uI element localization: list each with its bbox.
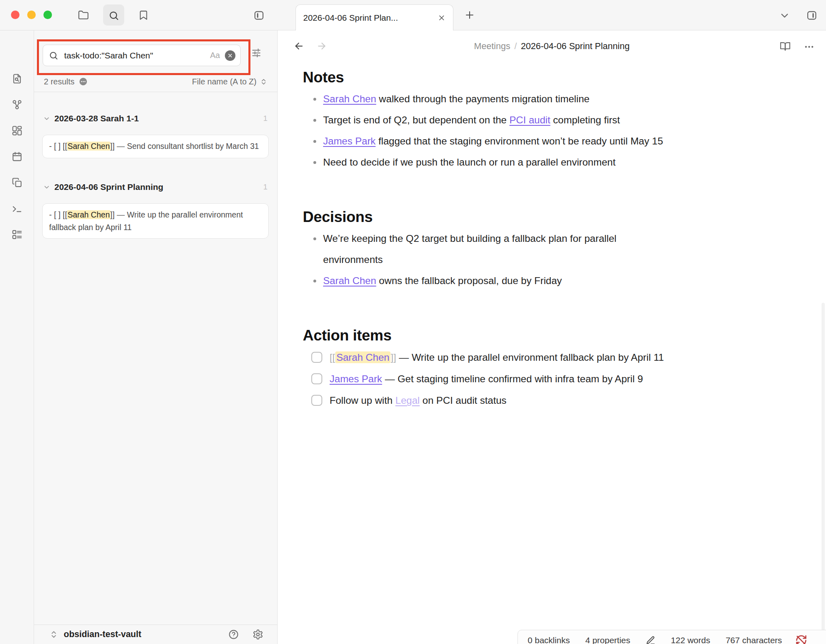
reading-mode-book-icon[interactable] bbox=[780, 41, 791, 52]
search-highlight: Sarah Chen bbox=[67, 142, 110, 151]
tab-sprint-planning[interactable]: 2026-04-06 Sprint Plan... bbox=[295, 4, 453, 30]
vault-switcher-icon[interactable] bbox=[50, 630, 58, 639]
internal-link[interactable]: James Park bbox=[330, 373, 382, 384]
list-item-text: Sarah Chen owns the fallback proposal, d… bbox=[323, 275, 562, 286]
link-brackets: [[ bbox=[330, 352, 335, 363]
text: — Get staging timeline confirmed with in… bbox=[382, 373, 643, 384]
divider bbox=[34, 92, 277, 92]
text: Need to decide if we push the launch or … bbox=[323, 157, 615, 168]
clear-search-icon[interactable] bbox=[225, 50, 235, 61]
text: environments bbox=[323, 254, 383, 265]
minimize-window-button[interactable] bbox=[27, 11, 36, 19]
more-options-icon[interactable] bbox=[804, 41, 815, 52]
text: - [ ] [[ bbox=[49, 142, 67, 151]
search-input[interactable] bbox=[63, 50, 208, 61]
help-icon[interactable] bbox=[228, 629, 239, 640]
bookmark-icon[interactable] bbox=[138, 10, 149, 21]
new-tab-icon[interactable] bbox=[464, 9, 475, 21]
internal-link[interactable]: James Park bbox=[323, 136, 375, 146]
bullet-item: James Park flagged that the staging envi… bbox=[303, 131, 806, 152]
file-search-icon[interactable] bbox=[11, 73, 23, 84]
copy-icon[interactable] bbox=[11, 177, 23, 188]
calendar-icon[interactable] bbox=[11, 151, 23, 162]
task-checkbox[interactable] bbox=[311, 373, 322, 384]
folder-icon[interactable] bbox=[78, 10, 89, 21]
section-heading: Notes bbox=[303, 68, 806, 87]
word-count: 122 words bbox=[671, 635, 710, 644]
search-input-container[interactable]: Aa bbox=[43, 45, 241, 66]
result-count-badge: 1 bbox=[263, 114, 267, 123]
edit-mode-pencil-icon[interactable] bbox=[646, 635, 656, 644]
note-content: Notes Sarah Chen walked through the paym… bbox=[303, 68, 806, 411]
sync-off-icon[interactable] bbox=[795, 634, 807, 644]
search-settings-sliders-icon[interactable] bbox=[251, 47, 262, 58]
internal-link[interactable]: Sarah Chen bbox=[323, 275, 376, 286]
bullet-item: Sarah Chen owns the fallback proposal, d… bbox=[303, 270, 806, 291]
character-count: 767 characters bbox=[726, 635, 782, 644]
section-decisions: Decisions We’re keeping the Q2 target bu… bbox=[303, 208, 806, 291]
backlinks-status[interactable]: 0 backlinks bbox=[528, 635, 570, 644]
bullet-item: Need to decide if we push the launch or … bbox=[303, 152, 806, 173]
breadcrumb-separator: / bbox=[514, 41, 517, 51]
terminal-icon[interactable] bbox=[11, 203, 23, 215]
internal-link[interactable]: Sarah Chen bbox=[323, 93, 376, 104]
text: flagged that the staging environment won… bbox=[375, 136, 663, 146]
editor-pane: Meetings/2026-04-06 Sprint Planning Note… bbox=[278, 30, 826, 644]
internal-link[interactable]: Sarah Chen bbox=[335, 351, 391, 363]
status-bar: 0 backlinks 4 properties 122 words 767 c… bbox=[518, 630, 826, 644]
ribbon bbox=[0, 30, 34, 644]
zoom-window-button[interactable] bbox=[43, 11, 52, 19]
titlebar: 2026-04-06 Sprint Plan... bbox=[0, 0, 826, 30]
search-result-item[interactable]: - [ ] [[Sarah Chen]] — Send consultant s… bbox=[42, 135, 269, 158]
list-item-text: Follow up with Legal on PCI audit status bbox=[330, 390, 507, 411]
result-count-badge: 1 bbox=[263, 183, 267, 192]
list-item-text: We’re keeping the Q2 target but building… bbox=[323, 233, 617, 265]
list-item-text: James Park — Get staging timeline confir… bbox=[330, 368, 643, 390]
task-checkbox[interactable] bbox=[311, 395, 322, 406]
result-group-header[interactable]: 2026-03-28 Sarah 1-1 1 bbox=[43, 112, 267, 125]
graph-icon[interactable] bbox=[11, 99, 23, 110]
canvas-icon[interactable] bbox=[11, 125, 23, 136]
section-notes: Notes Sarah Chen walked through the paym… bbox=[303, 68, 806, 173]
tab-close-icon[interactable] bbox=[438, 14, 446, 22]
scrollbar[interactable] bbox=[822, 303, 825, 644]
section-action-items: Action items [[Sarah Chen]] — Write up t… bbox=[303, 326, 806, 411]
sort-order-selector[interactable]: File name (A to Z) bbox=[192, 77, 267, 86]
bullet-item: Sarah Chen walked through the payments m… bbox=[303, 88, 806, 110]
internal-link[interactable]: PCI audit bbox=[509, 114, 550, 125]
task-list-icon[interactable] bbox=[11, 229, 23, 240]
properties-status[interactable]: 4 properties bbox=[585, 635, 630, 644]
bullet-item: Target is end of Q2, but dependent on th… bbox=[303, 110, 806, 131]
section-heading: Action items bbox=[303, 326, 806, 345]
list-item-text: Sarah Chen walked through the payments m… bbox=[323, 93, 589, 104]
breadcrumb: Meetings/2026-04-06 Sprint Planning bbox=[278, 41, 826, 52]
panel-right-toggle-icon[interactable] bbox=[806, 10, 817, 21]
settings-gear-icon[interactable] bbox=[252, 629, 263, 640]
link-brackets: ]] bbox=[390, 352, 396, 363]
task-checkbox[interactable] bbox=[311, 352, 322, 363]
bullet-list: We’re keeping the Q2 target but building… bbox=[303, 228, 806, 291]
text: — Write up the parallel environment fall… bbox=[396, 352, 664, 363]
breadcrumb-note-title[interactable]: 2026-04-06 Sprint Planning bbox=[521, 41, 630, 51]
text: ]] — Send consultant shortlist by March … bbox=[110, 142, 259, 151]
result-file-name: 2026-03-28 Sarah 1-1 bbox=[54, 114, 139, 123]
result-group-header[interactable]: 2026-04-06 Sprint Planning 1 bbox=[43, 181, 267, 193]
search-result-item[interactable]: - [ ] [[Sarah Chen]] — Write up the para… bbox=[42, 203, 269, 239]
unresolved-link[interactable]: Legal bbox=[395, 395, 420, 406]
results-row: 2 results File name (A to Z) bbox=[44, 75, 267, 88]
vault-name[interactable]: obsidian-test-vault bbox=[64, 629, 141, 640]
match-case-toggle[interactable]: Aa bbox=[210, 51, 220, 60]
breadcrumb-folder[interactable]: Meetings bbox=[474, 41, 510, 51]
list-item-text: James Park flagged that the staging envi… bbox=[323, 136, 663, 146]
close-window-button[interactable] bbox=[11, 11, 19, 19]
results-info-icon[interactable] bbox=[79, 77, 88, 86]
task-item: Follow up with Legal on PCI audit status bbox=[303, 390, 806, 411]
bullet-item: We’re keeping the Q2 target but building… bbox=[303, 228, 806, 270]
text: Target is end of Q2, but dependent on th… bbox=[323, 114, 509, 125]
section-heading: Decisions bbox=[303, 208, 806, 226]
panel-left-toggle-icon[interactable] bbox=[253, 10, 265, 21]
tab-list-chevron-down-icon[interactable] bbox=[779, 10, 790, 21]
search-icon[interactable] bbox=[108, 10, 119, 21]
view-header: Meetings/2026-04-06 Sprint Planning bbox=[278, 30, 826, 61]
result-file-name: 2026-04-06 Sprint Planning bbox=[54, 182, 163, 192]
